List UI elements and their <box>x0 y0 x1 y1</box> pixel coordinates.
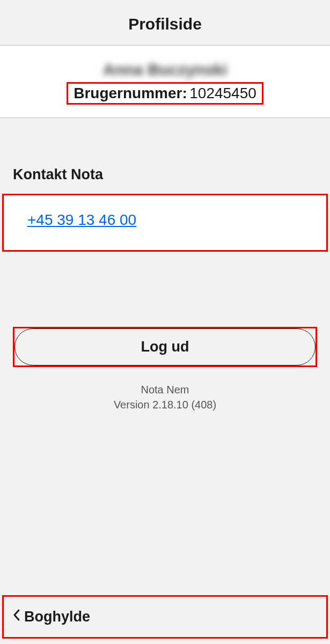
app-version: Version 2.18.10 (408) <box>0 397 330 412</box>
user-number-highlight: Brugernummer: 10245450 <box>67 82 263 105</box>
contact-phone-link[interactable]: +45 39 13 46 00 <box>27 211 136 228</box>
app-name: Nota Nem <box>0 382 330 397</box>
page-header: Profilside <box>0 0 330 46</box>
logout-button[interactable]: Log ud <box>14 328 316 365</box>
logout-highlight-box: Log ud <box>13 327 317 367</box>
user-number-label: Brugernummer: <box>74 85 187 101</box>
phone-highlight-box: +45 39 13 46 00 <box>2 194 328 252</box>
profile-card: Anna Buczynski Brugernummer: 10245450 <box>0 46 330 118</box>
contact-heading: Kontakt Nota <box>13 166 317 183</box>
user-number-value: 10245450 <box>189 85 256 101</box>
chevron-left-icon <box>12 609 21 625</box>
contact-section: Kontakt Nota <box>0 118 330 194</box>
back-to-bookshelf[interactable]: Boghylde <box>2 595 328 639</box>
back-label: Boghylde <box>24 609 90 625</box>
app-info: Nota Nem Version 2.18.10 (408) <box>0 382 330 412</box>
profile-name: Anna Buczynski <box>103 61 228 79</box>
page-title: Profilside <box>0 15 330 33</box>
